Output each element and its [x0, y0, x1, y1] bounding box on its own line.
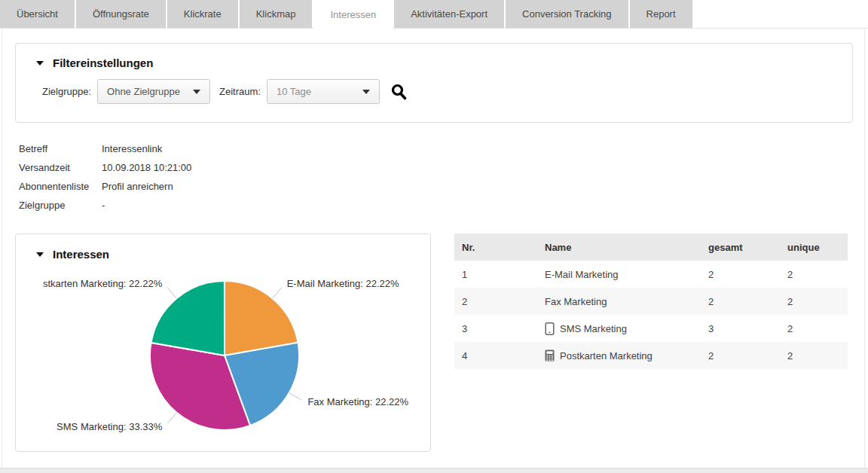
meta-value: - — [102, 200, 105, 211]
pie-label-connector — [289, 393, 302, 401]
cell-name: E-Mail Marketing — [537, 269, 701, 280]
search-button[interactable] — [390, 83, 408, 101]
tab-aktivitaeten-export[interactable]: Aktivitäten-Export — [394, 0, 504, 28]
main-content: Filtereinstellungen Zielgruppe: Ohne Zie… — [0, 43, 868, 452]
tab-report[interactable]: Report — [630, 0, 692, 28]
pie-label-connector — [167, 413, 176, 424]
meta-label: Betreff — [19, 143, 102, 154]
cell-unique: 2 — [780, 323, 848, 334]
col-header-gesamt: gesamt — [701, 242, 780, 253]
cell-name: Postkarten Marketing — [537, 349, 701, 362]
pie-slice-label: stkarten Marketing: 22.22% — [43, 278, 163, 289]
meta-row-betreff: Betreff Interessenlink — [19, 139, 853, 158]
pie-slice-3 — [151, 281, 225, 356]
meta-label: Versandzeit — [19, 162, 102, 173]
meta-row-abonnentenliste: Abonnentenliste Profil anreichern — [19, 177, 853, 196]
meta-value: 10.09.2018 10:21:00 — [102, 162, 191, 173]
mailing-meta: Betreff Interessenlink Versandzeit 10.09… — [19, 139, 853, 215]
tab-conversion-tracking[interactable]: Conversion Tracking — [506, 0, 628, 28]
filter-panel: Filtereinstellungen Zielgruppe: Ohne Zie… — [15, 43, 853, 123]
cell-gesamt: 2 — [701, 269, 780, 280]
tab-bar: Übersicht Öffnungsrate Klickrate Klickma… — [0, 0, 868, 29]
cell-nr: 4 — [454, 350, 537, 362]
col-header-unique: unique — [780, 242, 848, 253]
fax-icon — [545, 349, 555, 362]
pie-slice-label: E-Mail Marketing: 22.22% — [287, 278, 399, 289]
zeitraum-dropdown-value: 10 Tage — [277, 86, 311, 97]
col-header-name: Name — [537, 242, 701, 253]
table-row: 2 Fax Marketing 2 2 — [454, 288, 848, 315]
cell-nr: 3 — [454, 323, 537, 334]
pie-label-connector — [167, 288, 176, 299]
interessen-table: Nr. Name gesamt unique 1 E-Mail Marketin… — [454, 233, 848, 369]
pie-slice-label: Fax Marketing: 22.22% — [307, 396, 408, 407]
tab-klickrate[interactable]: Klickrate — [167, 0, 238, 28]
tab-klickmap[interactable]: Klickmap — [240, 0, 313, 28]
cell-nr: 2 — [454, 296, 537, 307]
interessen-panel-title: Interessen — [53, 248, 109, 261]
phone-icon — [545, 322, 555, 335]
cell-gesamt: 2 — [701, 350, 780, 362]
table-row: 3 SMS Marketing 3 2 — [454, 315, 848, 342]
meta-row-zielgruppe: Zielgruppe - — [19, 196, 853, 215]
meta-value: Profil anreichern — [102, 181, 173, 192]
collapse-arrow-icon — [36, 61, 44, 66]
zeitraum-label: Zeitraum: — [219, 86, 261, 97]
filter-panel-title: Filtereinstellungen — [53, 56, 153, 69]
meta-value: Interessenlink — [102, 143, 162, 154]
cell-gesamt: 3 — [701, 323, 780, 334]
tab-interessen[interactable]: Interessen — [313, 0, 393, 29]
zielgruppe-dropdown-value: Ohne Zielgruppe — [107, 86, 180, 97]
search-icon — [390, 83, 408, 101]
col-header-nr: Nr. — [454, 242, 537, 253]
chevron-down-icon — [193, 90, 200, 94]
cell-unique: 2 — [780, 296, 848, 307]
cell-unique: 2 — [780, 350, 848, 362]
tab-oeffnungsrate[interactable]: Öffnungsrate — [76, 0, 166, 28]
filter-controls: Zielgruppe: Ohne Zielgruppe Zeitraum: 10… — [36, 79, 852, 104]
zielgruppe-dropdown[interactable]: Ohne Zielgruppe — [97, 79, 210, 104]
interessen-panel: Interessen E-Mail Marketing: 22.22%Fax M… — [15, 233, 431, 452]
collapse-arrow-icon — [36, 252, 44, 257]
chevron-down-icon — [362, 90, 370, 94]
cell-gesamt: 2 — [701, 296, 780, 307]
meta-row-versandzeit: Versandzeit 10.09.2018 10:21:00 — [19, 158, 853, 177]
meta-label: Zielgruppe — [19, 200, 102, 211]
cell-name: Fax Marketing — [537, 296, 701, 307]
interessen-pie-chart: E-Mail Marketing: 22.22%Fax Marketing: 2… — [16, 262, 430, 443]
cell-name: SMS Marketing — [537, 322, 701, 335]
pie-slice-label: SMS Marketing: 33.33% — [57, 421, 163, 432]
cell-unique: 2 — [780, 269, 848, 280]
tab-uebersicht[interactable]: Übersicht — [0, 0, 75, 28]
results-row: Interessen E-Mail Marketing: 22.22%Fax M… — [15, 233, 853, 452]
meta-label: Abonnentenliste — [19, 181, 102, 192]
cell-nr: 1 — [454, 269, 537, 280]
table-row: 4 Postkarten Marketing — [454, 342, 848, 369]
zielgruppe-label: Zielgruppe: — [42, 86, 91, 97]
pie-label-connector — [273, 288, 282, 299]
filter-panel-header[interactable]: Filtereinstellungen — [36, 56, 852, 69]
bottom-scrollbar-track[interactable] — [0, 468, 868, 473]
zeitraum-dropdown[interactable]: 10 Tage — [267, 79, 380, 104]
table-row: 1 E-Mail Marketing 2 2 — [454, 261, 848, 288]
interessen-panel-header[interactable]: Interessen — [36, 248, 430, 261]
table-header-row: Nr. Name gesamt unique — [454, 233, 848, 261]
